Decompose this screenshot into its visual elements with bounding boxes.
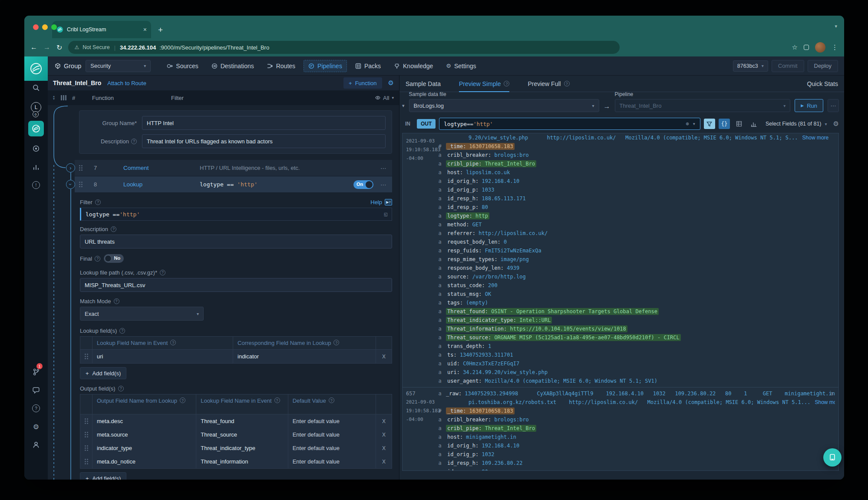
browser-tab[interactable]: Cribl LogStream × xyxy=(52,21,151,38)
browser-menu-icon[interactable]: ⋮ xyxy=(832,43,838,51)
event-field-row[interactable]: arequest_body_len: 0 xyxy=(437,238,835,246)
output-field-name-input[interactable]: indicator_type xyxy=(92,441,196,455)
collapse-chevron-icon[interactable]: ▾ xyxy=(402,103,405,112)
function-row-lookup[interactable]: 8 Lookup logtype == 'http' On ⋯ xyxy=(75,176,392,193)
output-field-name-input[interactable]: meta.source xyxy=(92,428,196,441)
drag-handle-icon[interactable] xyxy=(80,441,92,455)
remove-row-icon[interactable]: X xyxy=(376,455,392,468)
event-field-row[interactable]: acribl_breaker: brologs:bro xyxy=(437,415,835,424)
lookup-path-input[interactable]: MISP_Threats_URL.csv xyxy=(80,278,392,292)
event-field-row[interactable]: aThreat_indicator_type: Intel::URL xyxy=(437,316,835,325)
preview-settings-gear-icon[interactable]: ⚙ xyxy=(833,120,839,128)
show-all-filter[interactable]: All ▾ xyxy=(375,95,394,101)
drag-handle-icon[interactable] xyxy=(80,428,92,441)
event-field-row[interactable]: aid_resp_p: 80 xyxy=(437,203,835,212)
close-window-button[interactable] xyxy=(33,24,39,30)
nav-item-packs[interactable]: Packs xyxy=(350,60,386,72)
match-mode-select[interactable]: Exact▾ xyxy=(80,307,204,321)
event-field-row[interactable]: areferrer: http://liposlim.co.uk/ xyxy=(437,229,835,238)
add-lookup-field-button[interactable]: +Add field(s) xyxy=(80,367,126,379)
nav-item-destinations[interactable]: Destinations xyxy=(207,60,259,72)
cribl-logo[interactable] xyxy=(24,56,48,81)
event-field-row[interactable]: aid_orig_p: 1033 xyxy=(437,185,835,194)
event-field-row[interactable]: aresp_mime_types: image/png xyxy=(437,255,835,264)
reload-button[interactable]: ↻ xyxy=(56,43,62,52)
user-avatar[interactable]: L 0 xyxy=(31,100,41,115)
drag-handle-icon[interactable] xyxy=(79,182,83,187)
nav-item-sources[interactable]: Sources xyxy=(162,60,203,72)
row-menu-icon[interactable]: ⋯ xyxy=(380,181,387,188)
remove-row-icon[interactable]: X xyxy=(376,414,392,428)
expand-editor-icon[interactable]: ◱ xyxy=(384,211,387,217)
show-more-link[interactable]: Show more xyxy=(815,399,835,405)
function-8-expand-node[interactable]: › xyxy=(66,180,75,189)
default-value-input[interactable]: Enter default value xyxy=(288,455,376,468)
chevron-down-icon[interactable]: ▾ xyxy=(693,121,696,127)
tab-search-icon[interactable]: ▾ xyxy=(835,23,837,29)
commit-button[interactable]: Commit xyxy=(772,60,804,72)
account-button[interactable] xyxy=(33,439,40,451)
sample-file-select[interactable]: BroLogs.log▾ xyxy=(409,99,599,112)
out-toggle[interactable]: OUT xyxy=(417,119,436,129)
row-menu-icon[interactable]: ⋯ xyxy=(380,165,387,172)
output-field-name-input[interactable]: meta.do_notice xyxy=(92,455,196,468)
extension-icon[interactable] xyxy=(804,45,809,50)
bookmark-star-icon[interactable]: ☆ xyxy=(792,43,798,51)
event-field-row[interactable]: atrans_depth: 1 xyxy=(437,342,835,351)
event-field-row[interactable]: astatus_code: 200 xyxy=(437,281,835,290)
select-fields-dropdown[interactable]: Select Fields (81 of 81) ▾ xyxy=(763,121,830,127)
event-field-row[interactable]: acribl_pipe: Threat_Intel_Bro xyxy=(437,159,835,168)
drag-handle-icon[interactable] xyxy=(80,455,92,468)
add-output-field-button[interactable]: +Add field(s) xyxy=(80,472,126,480)
output-event-field-input[interactable]: Threat_indicator_type xyxy=(196,441,288,455)
event-field-row[interactable]: #_time: 1630710658.183 xyxy=(437,407,835,415)
group-name-input[interactable]: HTTP Intel xyxy=(142,116,386,130)
event-field-row[interactable]: #_time: 1630710658.183 xyxy=(437,142,835,151)
feedback-button[interactable] xyxy=(33,384,40,396)
description-input[interactable]: URL threats xyxy=(80,235,392,248)
event-field-row[interactable]: astatus_msg: OK xyxy=(437,290,835,298)
zoom-window-button[interactable] xyxy=(51,24,57,30)
filter-code-input[interactable]: logtype == 'http' ◱ xyxy=(80,208,392,221)
tab-preview-simple[interactable]: Preview Simple? xyxy=(459,76,509,92)
settings-rail-button[interactable]: ⚙ xyxy=(33,421,39,433)
nav-item-routes[interactable]: Routes xyxy=(262,60,300,72)
event-field-row[interactable]: aThreat_information: https://10.0.104.10… xyxy=(437,325,835,333)
alerts-button[interactable]: ! xyxy=(32,179,40,191)
intercom-chat-button[interactable] xyxy=(823,448,842,467)
drag-handle-icon[interactable] xyxy=(79,165,83,171)
tab-close-icon[interactable]: × xyxy=(143,26,147,33)
event-field-row[interactable]: aid_orig_p: 1032 xyxy=(437,450,835,459)
run-button[interactable]: ▶Run xyxy=(795,99,823,112)
event-field-row[interactable]: aid_resp_p: 80 xyxy=(437,467,835,471)
event-field-row[interactable]: aid_resp_h: 188.65.113.171 xyxy=(437,194,835,203)
event-field-row[interactable]: aresponse_body_len: 4939 xyxy=(437,264,835,272)
event-field-row[interactable]: ahost: minigametight.in xyxy=(437,433,835,441)
charts-button[interactable] xyxy=(33,161,40,173)
help-link[interactable]: Help▶? xyxy=(370,199,392,205)
event-field-row[interactable]: ats: 1340752933.311701 xyxy=(437,351,835,359)
nav-item-knowledge[interactable]: Knowledge xyxy=(389,60,438,72)
event-field-row[interactable]: acribl_breaker: brologs:bro xyxy=(437,151,835,159)
forward-button[interactable]: → xyxy=(43,43,50,51)
group-select[interactable]: Security ▾ xyxy=(86,60,151,72)
columns-icon[interactable] xyxy=(61,95,66,100)
tab-preview-full[interactable]: Preview Full? xyxy=(528,76,569,92)
event-field-row[interactable]: atags: (empty) xyxy=(437,298,835,307)
event-field-row[interactable]: ahost: liposlim.co.uk xyxy=(437,168,835,177)
drag-handle-icon[interactable] xyxy=(80,350,92,363)
default-value-input[interactable]: Enter default value xyxy=(288,428,376,441)
show-raw-button[interactable]: {} xyxy=(719,119,730,129)
deploy-button[interactable]: Deploy xyxy=(808,60,838,72)
attach-to-route-link[interactable]: Attach to Route xyxy=(107,80,146,86)
table-view-button[interactable] xyxy=(733,119,745,129)
add-function-button[interactable]: + Function xyxy=(343,77,382,89)
output-event-field-input[interactable]: Threat_found xyxy=(196,414,288,428)
pipeline-settings-gear-icon[interactable]: ⚙ xyxy=(388,79,394,87)
show-more-link[interactable]: Show more xyxy=(802,135,829,141)
pipeline-select[interactable]: Threat_Intel_Bro▾ xyxy=(615,99,791,112)
search-rail-button[interactable] xyxy=(33,82,40,94)
event-field-row[interactable]: auri: 34.214.99.20/view_style.php xyxy=(437,368,835,377)
remove-row-icon[interactable]: X xyxy=(376,350,392,363)
event-field-row[interactable]: acribl_pipe: Threat_Intel_Bro xyxy=(437,424,835,433)
